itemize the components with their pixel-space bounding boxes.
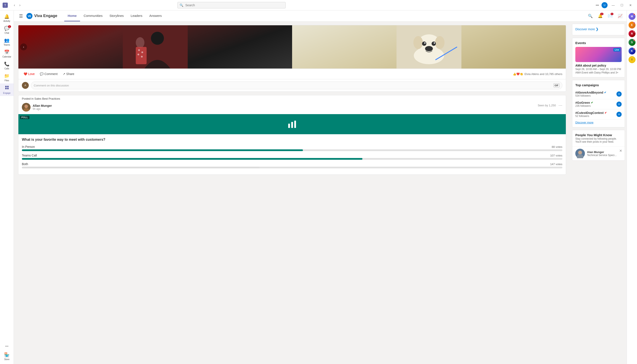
notifications-button[interactable]: 🔔 12 bbox=[596, 12, 604, 20]
svg-rect-27 bbox=[288, 124, 290, 128]
campaign-info-0: #AboveAndBeyond ✔ 534 followers bbox=[575, 91, 616, 97]
poll-bar-fill-2 bbox=[22, 167, 260, 168]
post-more-button[interactable]: ⋯ bbox=[558, 103, 562, 108]
sidebar-item-teams[interactable]: 👥 Teams bbox=[0, 36, 14, 48]
right-avatar-4[interactable]: K bbox=[628, 48, 635, 54]
post-card-images: ‹ ❤️ Love 💬 Comment ↗ Share bbox=[18, 25, 566, 92]
teams-icon: 👥 bbox=[4, 38, 10, 43]
titlebar-right: ••• U — ☐ ✕ bbox=[592, 2, 637, 8]
community-link[interactable]: Sales Best Practices bbox=[35, 97, 60, 100]
right-avatar-5[interactable]: T bbox=[628, 56, 635, 63]
sidebar-item-files[interactable]: 📁 Files bbox=[0, 72, 14, 84]
gif-button[interactable]: GIF bbox=[553, 84, 559, 87]
campaign-follow-button-0[interactable]: + bbox=[616, 92, 622, 96]
minimize-button[interactable]: — bbox=[610, 2, 616, 8]
app-logo: VE Viva Engage bbox=[27, 13, 57, 19]
comment-box: A Comment on this discussion GIF bbox=[19, 79, 566, 92]
notification-badge: 12 bbox=[600, 13, 603, 15]
svg-rect-1 bbox=[7, 86, 9, 87]
close-button[interactable]: ✕ bbox=[627, 2, 633, 8]
person-avatar bbox=[575, 149, 585, 158]
poll-bar-bg-0 bbox=[22, 149, 562, 151]
svg-point-22 bbox=[424, 42, 426, 44]
sidebar-item-activity[interactable]: 🔔 Activity bbox=[0, 12, 14, 24]
right-avatar-3[interactable]: S bbox=[628, 39, 635, 46]
tab-home[interactable]: Home bbox=[64, 10, 80, 22]
comment-input[interactable]: Comment on this discussion GIF bbox=[31, 82, 562, 89]
campaign-name-1: #GoGreen ✔ bbox=[575, 101, 616, 104]
files-icon: 📁 bbox=[4, 73, 10, 78]
discover-arrow-icon: ❯ bbox=[596, 27, 598, 31]
sidebar-item-store[interactable]: 🏪 Store bbox=[4, 350, 10, 362]
search-button[interactable]: 🔍 bbox=[586, 12, 594, 20]
titlebar-nav: ‹ › bbox=[11, 2, 24, 8]
people-card: People You Might Know Stay connected by … bbox=[572, 130, 625, 160]
sidebar-item-chat[interactable]: 💬 1 Chat bbox=[0, 24, 14, 36]
user-avatar[interactable]: U bbox=[601, 2, 607, 8]
calls-icon: 📞 bbox=[4, 62, 10, 66]
post-images: ‹ bbox=[19, 25, 566, 68]
app-area: ☰ VE Viva Engage Home Communities Storyl… bbox=[14, 10, 637, 364]
tab-storylines[interactable]: Storylines bbox=[106, 10, 127, 22]
tab-leaders[interactable]: Leaders bbox=[127, 10, 146, 22]
search-icon: 🔍 bbox=[588, 14, 593, 18]
tab-answers[interactable]: Answers bbox=[146, 10, 165, 22]
poll-option-votes-0: 88 votes bbox=[552, 145, 562, 148]
engage-icon bbox=[5, 85, 9, 91]
commenter-avatar: A bbox=[22, 82, 29, 89]
svg-rect-9 bbox=[136, 47, 147, 64]
right-avatar-0[interactable]: M bbox=[628, 13, 635, 20]
sidebar-item-more[interactable]: ··· bbox=[4, 342, 10, 350]
carousel-back-button[interactable]: ‹ bbox=[20, 44, 27, 50]
author-info: Allan Munger 5h ago bbox=[33, 104, 52, 110]
svg-point-19 bbox=[425, 46, 433, 51]
campaign-name-0: #AboveAndBeyond ✔ bbox=[575, 91, 616, 94]
hamburger-menu[interactable]: ☰ bbox=[19, 14, 23, 18]
svg-point-7 bbox=[151, 32, 164, 45]
analytics-button[interactable]: 📈 bbox=[616, 12, 624, 20]
svg-point-13 bbox=[141, 56, 143, 58]
poll-bar-bg-2 bbox=[22, 167, 562, 168]
event-title[interactable]: AMA about pet policy bbox=[575, 64, 622, 67]
discover-campaigns-link[interactable]: Discover more bbox=[575, 121, 622, 124]
verified-icon-1: ✔ bbox=[591, 101, 593, 104]
reaction-emojis: 👍❤️👏 bbox=[513, 72, 523, 76]
sidebar-item-calendar[interactable]: 📅 Calendar bbox=[0, 48, 14, 60]
post-author: Allan Munger 5h ago bbox=[22, 103, 52, 112]
right-avatar-2[interactable]: R bbox=[628, 30, 635, 37]
more-options-button[interactable]: ••• bbox=[596, 4, 599, 7]
sidebar-item-engage[interactable]: Engage bbox=[0, 84, 14, 96]
right-avatar-strip: M E R S K T bbox=[626, 10, 637, 364]
sidebar-item-label: Files bbox=[5, 79, 9, 82]
sidebar-item-calls[interactable]: 📞 Calls bbox=[0, 60, 14, 72]
campaigns-card: Top campaigns #AboveAndBeyond ✔ 534 foll… bbox=[572, 80, 625, 127]
tab-communities[interactable]: Communities bbox=[80, 10, 106, 22]
share-button[interactable]: ↗ Share bbox=[61, 71, 76, 77]
top-navigation: ☰ VE Viva Engage Home Communities Storyl… bbox=[14, 10, 637, 22]
sidebar-item-label: Activity bbox=[4, 20, 11, 22]
search-input[interactable] bbox=[177, 2, 286, 8]
discover-more-link[interactable]: Discover more ❯ bbox=[575, 27, 622, 31]
svg-point-10 bbox=[138, 49, 140, 51]
titlebar-search-area: 🔍 bbox=[177, 2, 286, 8]
messages-button[interactable]: ✉️ 5 bbox=[606, 12, 614, 20]
verified-icon-2: ✔ bbox=[604, 111, 607, 114]
campaign-name-2: #CutestDogContest ✔ bbox=[575, 111, 616, 114]
verified-icon-0: ✔ bbox=[604, 91, 606, 94]
sidebar-item-label: Calendar bbox=[3, 56, 11, 58]
comment-button[interactable]: 💬 Comment bbox=[38, 71, 59, 77]
campaign-follow-button-2[interactable]: + bbox=[616, 112, 622, 117]
right-avatar-1[interactable]: E bbox=[628, 22, 635, 28]
events-card: Events Live AMA about pet policy Sept 28… bbox=[572, 38, 625, 78]
sidebar-item-label: Calls bbox=[4, 68, 9, 70]
poll-bar-fill-0 bbox=[22, 149, 303, 151]
campaign-follow-button-1[interactable]: + bbox=[616, 102, 622, 107]
maximize-button[interactable]: ☐ bbox=[619, 2, 625, 8]
love-button[interactable]: ❤️ Love bbox=[22, 71, 36, 77]
sidebar-bottom: ··· 🏪 Store bbox=[4, 342, 10, 362]
poll-question: What is your favorite way to meet with c… bbox=[22, 138, 562, 142]
back-button[interactable]: ‹ bbox=[12, 2, 17, 8]
person-dismiss-button[interactable]: ✕ bbox=[619, 149, 622, 153]
forward-button[interactable]: › bbox=[18, 2, 22, 8]
svg-rect-2 bbox=[5, 88, 7, 89]
